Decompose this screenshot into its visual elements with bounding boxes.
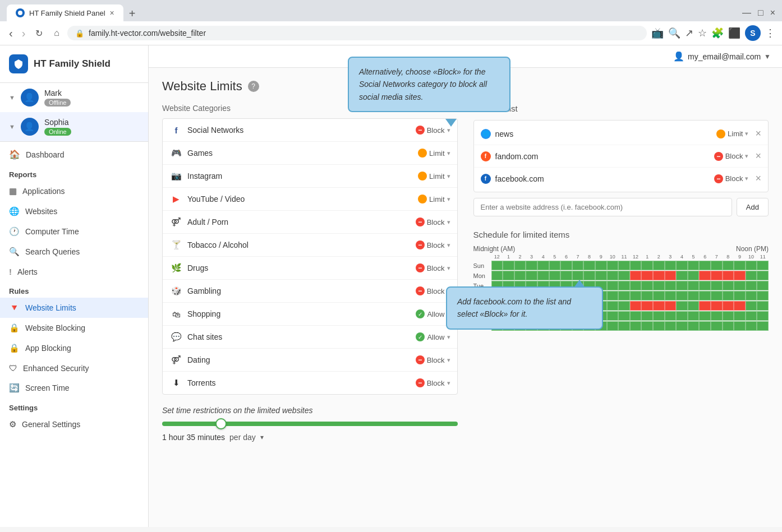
schedule-cell[interactable] [746, 291, 757, 300]
schedule-cell[interactable] [723, 311, 734, 321]
schedule-cell[interactable] [641, 311, 653, 321]
category-action-5[interactable]: − Block ▾ [416, 240, 450, 249]
sidebar-item-dashboard[interactable]: 🏠 Dashboard [0, 144, 148, 165]
schedule-cell[interactable] [526, 271, 537, 280]
schedule-cell[interactable] [699, 261, 711, 270]
tab-close-icon[interactable]: × [110, 8, 114, 17]
schedule-cell[interactable] [641, 271, 653, 280]
schedule-cell[interactable] [688, 281, 700, 290]
schedule-cell[interactable] [676, 311, 688, 321]
news-dropdown[interactable]: ▾ [745, 130, 748, 137]
schedule-cell[interactable] [653, 301, 665, 311]
schedule-cell[interactable] [676, 271, 688, 280]
schedule-cell[interactable] [665, 261, 677, 270]
schedule-cell[interactable] [711, 281, 723, 290]
schedule-cell[interactable] [630, 271, 642, 280]
schedule-cell[interactable] [653, 321, 665, 331]
facebook-remove-icon[interactable]: × [755, 173, 761, 184]
add-website-input[interactable] [473, 198, 732, 216]
schedule-cell[interactable] [757, 321, 769, 331]
schedule-cell[interactable] [723, 301, 734, 311]
profile-avatar[interactable]: S [745, 25, 761, 41]
schedule-cell[interactable] [641, 301, 653, 311]
block-dropdown-0[interactable]: ▾ [447, 127, 450, 134]
schedule-cell[interactable] [688, 311, 700, 321]
schedule-cell[interactable] [514, 261, 526, 270]
user-sophia[interactable]: ▼ 👤 Sophia online [0, 112, 148, 141]
cast-icon[interactable]: 📺 [651, 27, 664, 39]
schedule-cell[interactable] [699, 291, 711, 300]
schedule-cell[interactable] [757, 301, 769, 311]
schedule-cell[interactable] [583, 271, 595, 280]
schedule-cell[interactable] [630, 291, 642, 300]
schedule-cell[interactable] [688, 321, 700, 331]
schedule-cell[interactable] [618, 271, 630, 280]
schedule-cell[interactable] [723, 261, 734, 270]
schedule-cell[interactable] [711, 301, 723, 311]
category-action-2[interactable]: Limit ▾ [418, 172, 450, 181]
schedule-cell[interactable] [607, 261, 619, 270]
schedule-cell[interactable] [572, 271, 584, 280]
account-dropdown-icon[interactable]: ▼ [764, 53, 771, 61]
reload-button[interactable]: ↻ [32, 27, 46, 40]
schedule-cell[interactable] [491, 271, 503, 280]
schedule-cell[interactable] [746, 261, 757, 270]
fandom-action[interactable]: − Block ▾ [714, 152, 749, 161]
schedule-cell[interactable] [711, 271, 723, 280]
schedule-cell[interactable] [734, 281, 746, 290]
schedule-cell[interactable] [746, 311, 757, 321]
facebook-dropdown[interactable]: ▾ [745, 175, 748, 182]
schedule-cell[interactable] [583, 261, 595, 270]
limit-dropdown-2[interactable]: ▾ [447, 173, 450, 180]
block-dropdown-10[interactable]: ▾ [447, 357, 450, 364]
schedule-cell[interactable] [676, 301, 688, 311]
schedule-cell[interactable] [665, 311, 677, 321]
schedule-cell[interactable] [723, 271, 734, 280]
schedule-cell[interactable] [723, 291, 734, 300]
sidebar-item-alerts[interactable]: ! Alerts [0, 262, 148, 281]
schedule-cell[interactable] [503, 271, 514, 280]
schedule-cell[interactable] [746, 271, 757, 280]
new-tab-button[interactable]: + [123, 6, 141, 21]
schedule-cell[interactable] [560, 261, 572, 270]
schedule-cell[interactable] [699, 301, 711, 311]
schedule-cell[interactable] [665, 281, 677, 290]
schedule-cell[interactable] [607, 281, 619, 290]
schedule-cell[interactable] [537, 271, 549, 280]
schedule-cell[interactable] [699, 311, 711, 321]
schedule-cell[interactable] [549, 271, 561, 280]
sidebar-item-websites[interactable]: 🌐 Websites [0, 201, 148, 221]
schedule-cell[interactable] [734, 301, 746, 311]
schedule-cell[interactable] [491, 261, 503, 270]
limit-dropdown-3[interactable]: ▾ [447, 196, 450, 203]
zoom-icon[interactable]: 🔍 [668, 27, 680, 39]
category-action-0[interactable]: − Block ▾ [416, 126, 450, 135]
schedule-cell[interactable] [676, 261, 688, 270]
schedule-cell[interactable] [537, 261, 549, 270]
help-button[interactable]: ? [248, 81, 259, 92]
schedule-cell[interactable] [699, 321, 711, 331]
sidebar-item-screen-time[interactable]: 🔄 Screen Time [0, 378, 148, 398]
schedule-cell[interactable] [653, 291, 665, 300]
schedule-cell[interactable] [711, 261, 723, 270]
sidebar-item-website-blocking[interactable]: 🔒 Website Blocking [0, 318, 148, 338]
account-info[interactable]: 👤 my_email@mail.com ▼ [673, 51, 771, 62]
schedule-cell[interactable] [665, 321, 677, 331]
news-remove-icon[interactable]: × [755, 128, 761, 140]
schedule-cell[interactable] [526, 261, 537, 270]
schedule-cell[interactable] [688, 271, 700, 280]
schedule-cell[interactable] [688, 301, 700, 311]
category-action-10[interactable]: − Block ▾ [416, 355, 450, 364]
schedule-cell[interactable] [676, 291, 688, 300]
schedule-cell[interactable] [618, 301, 630, 311]
category-action-8[interactable]: ✓ Allow ▾ [416, 309, 450, 318]
schedule-cell[interactable] [699, 271, 711, 280]
schedule-cell[interactable] [723, 321, 734, 331]
add-website-button[interactable]: Add [737, 198, 769, 216]
extensions-icon[interactable]: 🧩 [711, 27, 724, 39]
maximize-icon[interactable]: □ [758, 8, 763, 18]
schedule-cell[interactable] [734, 311, 746, 321]
category-action-4[interactable]: − Block ▾ [416, 218, 450, 226]
schedule-cell[interactable] [641, 321, 653, 331]
allow-dropdown-9[interactable]: ▾ [447, 334, 450, 341]
